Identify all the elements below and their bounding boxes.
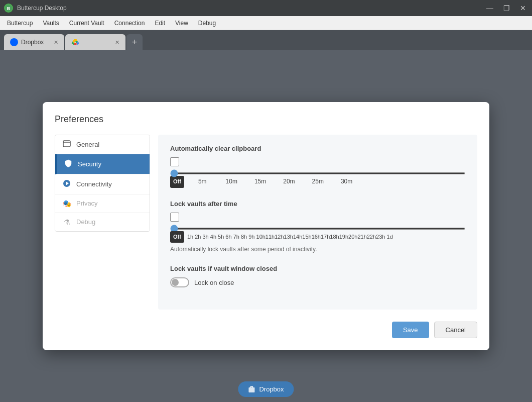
sidebar-item-privacy: 🎭 Privacy xyxy=(55,194,150,213)
dialog-body: General Security xyxy=(55,135,477,310)
dialog-footer: Save Cancel xyxy=(55,322,477,338)
general-icon xyxy=(62,140,71,149)
lock-vaults-checkbox[interactable] xyxy=(170,213,179,222)
lock-vaults-title: Lock vaults after time xyxy=(170,200,465,208)
clipboard-slider[interactable] xyxy=(170,172,465,174)
connectivity-icon xyxy=(62,179,71,189)
svg-text:B: B xyxy=(7,6,11,11)
general-label: General xyxy=(76,141,99,148)
security-icon xyxy=(64,159,73,169)
lock-on-close-label: Lock on close xyxy=(194,279,234,286)
lock-vaults-off-badge: Off xyxy=(170,231,184,243)
minimize-button[interactable]: — xyxy=(484,4,495,13)
clipboard-title: Automatically clear clipboard xyxy=(170,145,465,152)
lock-on-close-section: Lock vaults if vault window closed Lock … xyxy=(170,265,465,287)
preferences-content: Automatically clear clipboard Off 5m 10m… xyxy=(158,135,477,310)
toggle-knob xyxy=(172,279,179,286)
svg-rect-9 xyxy=(63,141,70,147)
menu-vaults[interactable]: Vaults xyxy=(38,18,64,29)
privacy-icon: 🎭 xyxy=(62,199,71,208)
menu-view[interactable]: View xyxy=(170,18,193,29)
dropbox-badge: Dropbox xyxy=(238,381,294,397)
lock-on-close-title: Lock vaults if vault window closed xyxy=(170,265,465,272)
app-icon: B xyxy=(4,4,13,13)
tab-dropbox[interactable]: Dropbox ✕ xyxy=(4,34,64,50)
preferences-dialog: Preferences General xyxy=(43,102,489,351)
dropbox-badge-label: Dropbox xyxy=(259,385,284,393)
tab-gdrive-close[interactable]: ✕ xyxy=(115,39,119,46)
security-label: Security xyxy=(78,160,101,168)
title-bar: B Buttercup Desktop — ❐ ✕ xyxy=(0,0,532,16)
clipboard-section: Automatically clear clipboard Off 5m 10m… xyxy=(170,145,465,188)
sidebar-item-general[interactable]: General xyxy=(55,135,150,154)
menu-buttercup[interactable]: Buttercup xyxy=(2,18,38,29)
tab-bar: Dropbox ✕ ✕ + xyxy=(0,30,532,50)
tab-gdrive[interactable]: ✕ xyxy=(65,34,125,50)
window-controls: — ❐ ✕ xyxy=(484,4,528,13)
privacy-label: Privacy xyxy=(76,199,98,207)
connectivity-label: Connectivity xyxy=(76,180,112,188)
clipboard-checkbox[interactable] xyxy=(170,157,179,166)
app-title: Buttercup Desktop xyxy=(17,5,484,12)
maximize-button[interactable]: ❐ xyxy=(501,4,512,13)
debug-icon: ⚗ xyxy=(62,218,71,226)
menu-current-vault[interactable]: Current Vault xyxy=(64,18,109,29)
lock-vaults-labels: Off 1h 2h 3h 4h 5h 6h 7h 8h 9h 10h11h12h… xyxy=(170,231,465,243)
clipboard-labels: Off 5m 10m 15m 20m 25m 30m xyxy=(170,176,465,188)
dropbox-icon xyxy=(10,38,18,46)
sidebar-item-connectivity[interactable]: Connectivity xyxy=(55,174,150,194)
tab-dropbox-close[interactable]: ✕ xyxy=(54,39,58,46)
menu-debug[interactable]: Debug xyxy=(193,18,221,29)
cancel-button[interactable]: Cancel xyxy=(434,322,477,338)
tab-add-button[interactable]: + xyxy=(126,34,143,50)
preferences-sidebar: General Security xyxy=(55,135,150,232)
dropbox-badge-icon xyxy=(248,386,255,393)
menu-connection[interactable]: Connection xyxy=(109,18,150,29)
sidebar-item-security[interactable]: Security xyxy=(55,154,150,174)
debug-label: Debug xyxy=(76,218,95,226)
lock-vaults-hint: Automatically lock vaults after some per… xyxy=(170,246,465,253)
tab-dropbox-label: Dropbox xyxy=(21,39,44,46)
save-button[interactable]: Save xyxy=(392,322,429,338)
lock-on-close-toggle[interactable] xyxy=(170,277,189,287)
lock-vaults-slider[interactable] xyxy=(170,228,465,230)
close-button[interactable]: ✕ xyxy=(518,4,528,13)
svg-rect-13 xyxy=(248,387,254,392)
main-area: Preferences General xyxy=(0,50,532,402)
menu-bar: Buttercup Vaults Current Vault Connectio… xyxy=(0,16,532,30)
gdrive-icon xyxy=(71,38,79,46)
dialog-title: Preferences xyxy=(55,114,477,125)
lock-vaults-section: Lock vaults after time Off 1h 2h 3h 4h 5… xyxy=(170,200,465,253)
clipboard-off-badge: Off xyxy=(170,176,184,188)
menu-edit[interactable]: Edit xyxy=(150,18,170,29)
sidebar-item-debug: ⚗ Debug xyxy=(55,213,150,231)
lock-on-close-row: Lock on close xyxy=(170,277,465,287)
